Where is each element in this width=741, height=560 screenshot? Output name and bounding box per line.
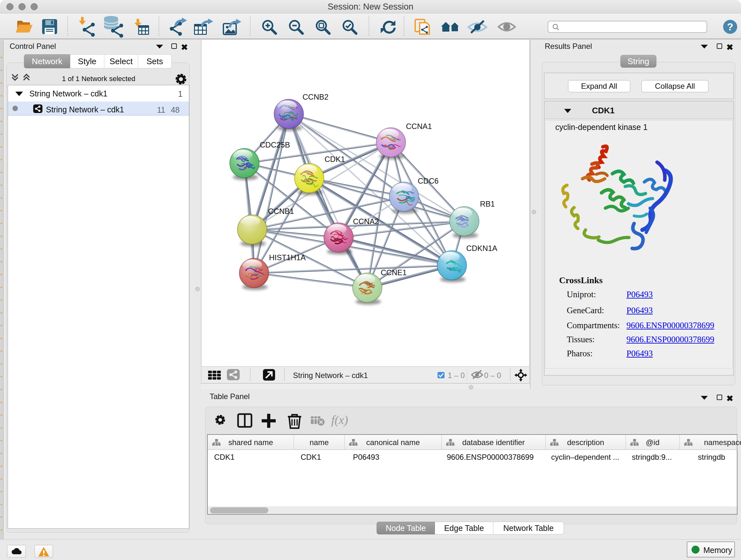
svg-text:CCNA2: CCNA2 bbox=[353, 217, 379, 226]
svg-text:CCNB2: CCNB2 bbox=[302, 92, 328, 101]
svg-text:HIST1H1A: HIST1H1A bbox=[269, 253, 306, 262]
svg-text:?: ? bbox=[727, 21, 733, 33]
svg-text:CDC6: CDC6 bbox=[418, 177, 439, 185]
svg-text:RB1: RB1 bbox=[480, 199, 495, 208]
svg-text:CDKN1A: CDKN1A bbox=[466, 244, 497, 253]
svg-text:CDK1: CDK1 bbox=[325, 155, 345, 164]
svg-text:CDC25B: CDC25B bbox=[260, 140, 290, 149]
svg-text:String Network – cdk1: String Network – cdk1 bbox=[293, 371, 368, 380]
svg-text:1 – 0: 1 – 0 bbox=[448, 371, 465, 380]
svg-text:CCNE1: CCNE1 bbox=[381, 268, 407, 277]
svg-text:CCNA1: CCNA1 bbox=[406, 122, 432, 131]
svg-text:f(x): f(x) bbox=[331, 413, 348, 427]
svg-text:0 – 0: 0 – 0 bbox=[484, 371, 501, 380]
svg-text:CCNB1: CCNB1 bbox=[268, 207, 294, 215]
